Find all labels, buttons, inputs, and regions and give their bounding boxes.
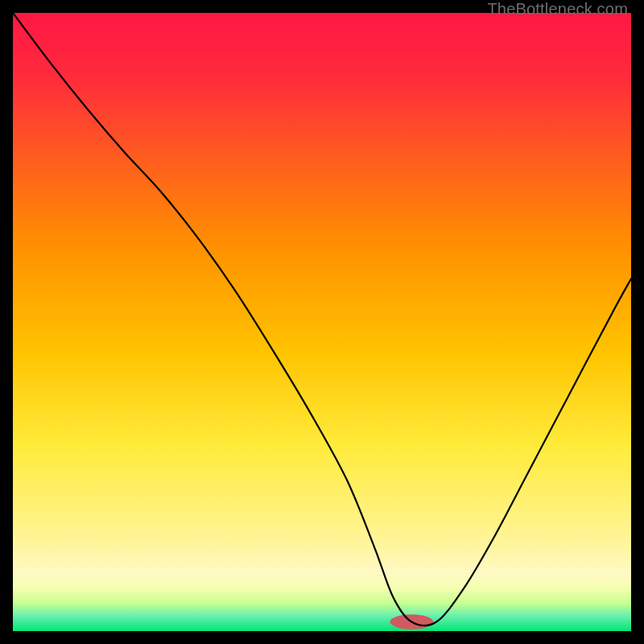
watermark-label: TheBottleneck.com — [487, 0, 628, 19]
chart-frame: TheBottleneck.com — [0, 0, 644, 644]
gradient-background — [13, 13, 631, 631]
bottleneck-chart — [13, 13, 631, 631]
